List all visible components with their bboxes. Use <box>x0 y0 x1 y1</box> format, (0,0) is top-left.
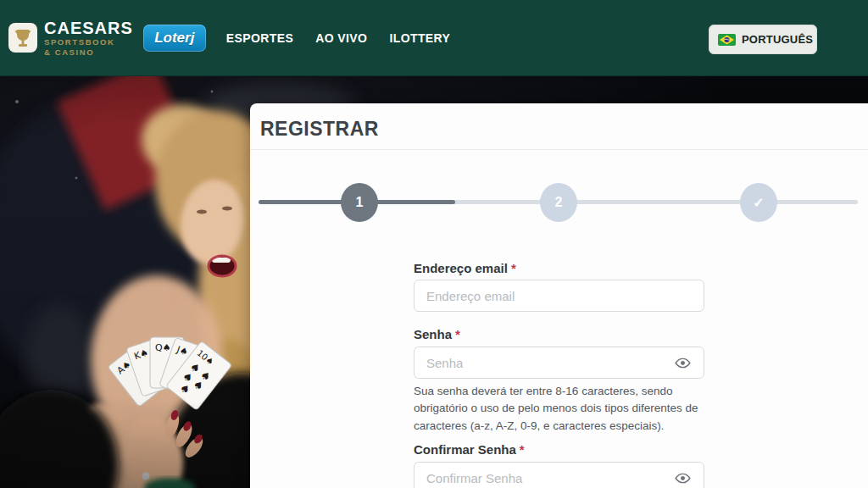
registration-panel: REGISTRAR 1 2 ✓ Endereço email* Senha* <box>250 103 868 488</box>
brand-line-caesars: CAESARS <box>44 19 133 36</box>
caesars-logo[interactable]: CAESARS SPORTSBOOK & CASINO <box>8 19 133 56</box>
eye-icon <box>675 470 691 486</box>
step-2-circle: 2 <box>540 183 577 222</box>
required-asterisk: * <box>520 442 525 457</box>
required-asterisk: * <box>511 261 516 275</box>
step-3-circle: ✓ <box>740 183 777 222</box>
nav-item-ilottery[interactable]: ILOTTERY <box>389 31 450 45</box>
password-field-label: Senha* <box>414 327 460 341</box>
email-label-text: Endereço email <box>414 261 508 275</box>
language-label: PORTUGUÊS <box>742 33 813 46</box>
email-input[interactable] <box>414 280 704 312</box>
loterj-logo[interactable]: Loterj <box>143 25 206 52</box>
trophy-chalice-icon <box>8 23 37 53</box>
nav-item-ao-vivo[interactable]: AO VIVO <box>315 31 367 45</box>
confirm-password-field-label: Confirmar Senha* <box>414 442 525 457</box>
top-navbar: CAESARS SPORTSBOOK & CASINO Loterj ESPOR… <box>0 0 868 76</box>
required-asterisk: * <box>455 327 460 341</box>
main-nav: ESPORTES AO VIVO ILOTTERY <box>226 31 451 45</box>
brazil-flag-icon <box>718 34 736 46</box>
confirm-password-input[interactable] <box>414 462 704 488</box>
language-selector[interactable]: PORTUGUÊS <box>709 25 817 54</box>
caesars-wordmark: CAESARS SPORTSBOOK & CASINO <box>44 19 133 56</box>
confirm-password-visibility-toggle[interactable] <box>672 468 693 488</box>
password-input[interactable] <box>414 347 704 379</box>
step-3-check-icon: ✓ <box>753 195 764 211</box>
step-2-label: 2 <box>555 195 563 210</box>
password-visibility-toggle[interactable] <box>672 352 693 373</box>
step-1-circle: 1 <box>341 183 378 222</box>
brand-line-sportsbook: SPORTSBOOK <box>44 38 133 47</box>
eye-icon <box>675 355 691 371</box>
password-label-text: Senha <box>414 327 452 341</box>
nav-item-esportes[interactable]: ESPORTES <box>226 31 293 45</box>
loterj-label: Loterj <box>154 30 194 47</box>
page-title: REGISTRAR <box>260 118 379 141</box>
password-helper-text: Sua senha deverá ter entre 8-16 caracter… <box>414 383 707 435</box>
step-1-label: 1 <box>356 195 364 210</box>
email-field-label: Endereço email* <box>414 261 516 275</box>
confirm-password-label-text: Confirmar Senha <box>414 442 516 457</box>
brand-line-casino: & CASINO <box>44 48 133 57</box>
title-divider <box>250 149 868 150</box>
